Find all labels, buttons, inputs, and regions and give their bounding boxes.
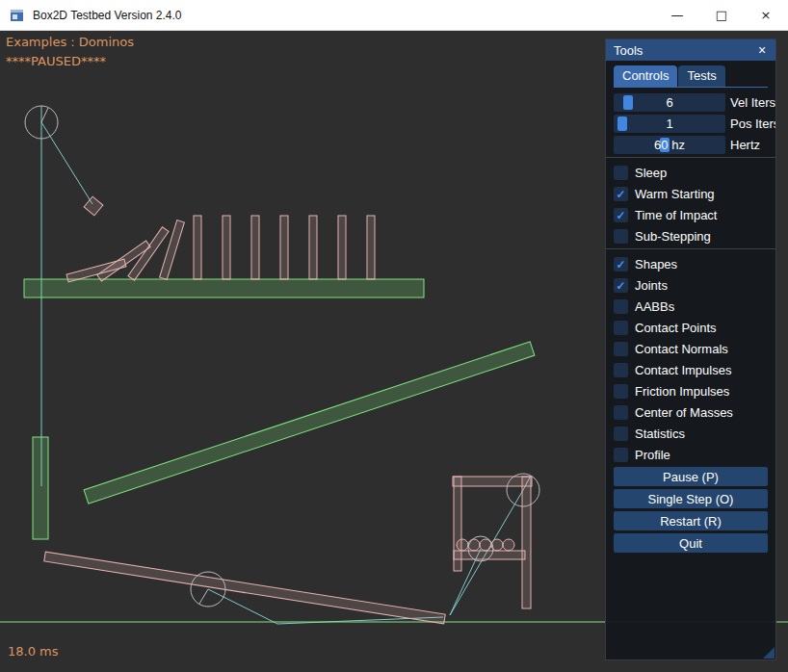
dynamic-bodies[interactable] bbox=[44, 196, 532, 624]
seesaw-plank bbox=[44, 552, 445, 624]
checkbox-box[interactable]: ✓ bbox=[614, 384, 628, 399]
app-icon bbox=[10, 8, 25, 23]
pos-iters-label: Pos Iters bbox=[730, 116, 775, 131]
small-ball bbox=[468, 539, 480, 551]
domino bbox=[194, 216, 201, 279]
checkbox-box[interactable]: ✓ bbox=[614, 257, 628, 271]
frame-right-post bbox=[522, 477, 531, 608]
tools-body: Controls Tests 6 Vel Iters 1 Pos Iters 6… bbox=[606, 61, 775, 659]
checkbox-box[interactable]: ✓ bbox=[614, 187, 628, 201]
tools-titlebar[interactable]: Tools × bbox=[606, 39, 775, 61]
tab-controls[interactable]: Controls bbox=[614, 65, 677, 87]
vertical-block bbox=[33, 437, 48, 539]
checkbox-label: Warm Starting bbox=[635, 187, 715, 201]
close-icon[interactable]: × bbox=[744, 0, 788, 31]
checkbox-profile[interactable]: ✓ Profile bbox=[614, 446, 768, 464]
checkbox-box[interactable]: ✓ bbox=[614, 363, 628, 377]
pos-iters-value: 1 bbox=[614, 115, 725, 133]
checkbox-joints[interactable]: ✓ Joints bbox=[614, 276, 768, 295]
small-ball bbox=[480, 539, 491, 551]
tab-tests[interactable]: Tests bbox=[678, 65, 724, 87]
checkbox-box[interactable]: ✓ bbox=[614, 342, 628, 356]
pos-iters-slider[interactable]: 1 bbox=[614, 115, 725, 133]
maximize-icon[interactable]: □ bbox=[699, 0, 744, 31]
checkbox-box[interactable]: ✓ bbox=[614, 229, 628, 244]
tools-window: Tools × Controls Tests 6 Vel Iters 1 Pos… bbox=[605, 39, 776, 660]
checkbox-box[interactable]: ✓ bbox=[614, 321, 628, 335]
domino bbox=[338, 216, 346, 279]
window-title: Box2D Testbed Version 2.4.0 bbox=[33, 9, 182, 22]
circle-radius-line bbox=[41, 108, 48, 122]
small-ball bbox=[457, 539, 468, 551]
check-icon: ✓ bbox=[616, 189, 625, 200]
vel-iters-value: 6 bbox=[614, 93, 725, 112]
check-icon: ✓ bbox=[616, 280, 625, 292]
hertz-slider[interactable]: 60 hz bbox=[614, 136, 725, 154]
check-icon: ✓ bbox=[616, 259, 625, 271]
hertz-label: Hertz bbox=[730, 138, 760, 152]
checkbox-label: Center of Masses bbox=[635, 405, 733, 420]
vel-iters-label: Vel Iters bbox=[730, 95, 775, 110]
checkbox-statistics[interactable]: ✓ Statistics bbox=[614, 425, 768, 443]
domino bbox=[223, 216, 230, 279]
checkbox-sub-stepping[interactable]: ✓ Sub-Stepping bbox=[614, 227, 768, 246]
checkbox-contact-impulses[interactable]: ✓ Contact Impulses bbox=[614, 361, 768, 379]
window-titlebar[interactable]: Box2D Testbed Version 2.4.0 — □ × bbox=[0, 0, 788, 31]
pause-button[interactable]: Pause (P) bbox=[614, 467, 768, 486]
checkbox-label: Time of Impact bbox=[635, 208, 717, 222]
hertz-value: 60 hz bbox=[614, 136, 725, 154]
domino-shelf bbox=[24, 279, 424, 297]
vel-iters-slider[interactable]: 6 bbox=[614, 93, 725, 112]
checkbox-label: Contact Points bbox=[635, 321, 717, 335]
tools-close-icon[interactable]: × bbox=[754, 42, 770, 58]
box-joint-line bbox=[41, 122, 92, 204]
tools-title: Tools bbox=[614, 43, 754, 58]
frame-time-label: 18.0 ms bbox=[8, 644, 59, 659]
resize-grip[interactable] bbox=[763, 647, 775, 659]
tab-bar: Controls Tests bbox=[614, 65, 768, 88]
checkbox-box[interactable]: ✓ bbox=[614, 208, 628, 222]
example-label: Examples : Dominos bbox=[6, 35, 134, 49]
pos-iters-row: 1 Pos Iters bbox=[614, 115, 768, 133]
hertz-row: 60 hz Hertz bbox=[614, 136, 768, 154]
vel-iters-row: 6 Vel Iters bbox=[614, 93, 768, 112]
checkbox-contact-normals[interactable]: ✓ Contact Normals bbox=[614, 340, 768, 358]
domino bbox=[251, 216, 259, 279]
frame-top-bar bbox=[453, 477, 532, 486]
checkbox-label: Contact Normals bbox=[635, 342, 728, 356]
circle-radius-line bbox=[199, 589, 208, 604]
checkbox-box[interactable]: ✓ bbox=[614, 426, 628, 441]
minimize-icon[interactable]: — bbox=[655, 0, 699, 31]
checkbox-friction-impulses[interactable]: ✓ Friction Impulses bbox=[614, 382, 768, 401]
circle-bodies[interactable] bbox=[25, 106, 539, 607]
quit-button[interactable]: Quit bbox=[614, 533, 768, 553]
checkbox-box[interactable]: ✓ bbox=[614, 278, 628, 293]
small-ball bbox=[503, 539, 514, 551]
checkbox-contact-points[interactable]: ✓ Contact Points bbox=[614, 319, 768, 337]
checkbox-label: AABBs bbox=[635, 299, 674, 314]
checkbox-label: Profile bbox=[635, 448, 670, 462]
checkbox-label: Sleep bbox=[635, 166, 667, 180]
checkbox-box[interactable]: ✓ bbox=[614, 166, 628, 180]
checkbox-box[interactable]: ✓ bbox=[614, 405, 628, 420]
checkbox-sleep[interactable]: ✓ Sleep bbox=[614, 164, 768, 182]
domino bbox=[280, 216, 288, 279]
checkbox-warm-starting[interactable]: ✓ Warm Starting bbox=[614, 185, 768, 203]
joint-lines bbox=[41, 106, 523, 624]
checkbox-label: Joints bbox=[635, 278, 668, 293]
checkbox-label: Contact Impulses bbox=[635, 363, 731, 377]
checkbox-label: Sub-Stepping bbox=[635, 229, 711, 244]
checkbox-box[interactable]: ✓ bbox=[614, 448, 628, 462]
checkbox-time-of-impact[interactable]: ✓ Time of Impact bbox=[614, 206, 768, 224]
paused-label: ****PAUSED**** bbox=[6, 54, 106, 68]
restart-button[interactable]: Restart (R) bbox=[614, 511, 768, 530]
checkbox-shapes[interactable]: ✓ Shapes bbox=[614, 255, 768, 273]
domino bbox=[309, 216, 317, 279]
separator bbox=[606, 157, 775, 158]
checkbox-box[interactable]: ✓ bbox=[614, 299, 628, 314]
single-step-button[interactable]: Single Step (O) bbox=[614, 489, 768, 508]
checkbox-aabbs[interactable]: ✓ AABBs bbox=[614, 297, 768, 316]
check-icon: ✓ bbox=[616, 210, 625, 221]
checkbox-center-of-masses[interactable]: ✓ Center of Masses bbox=[614, 403, 768, 422]
checkbox-label: Statistics bbox=[635, 426, 685, 441]
